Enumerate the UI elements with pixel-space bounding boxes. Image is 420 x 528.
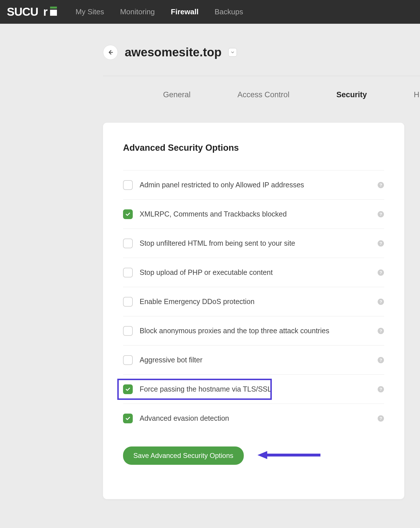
security-options-card: Advanced Security Options Admin panel re…: [103, 123, 404, 499]
svg-text:SUCU: SUCU: [7, 5, 38, 18]
top-nav: SUCU r My Sites Monitoring Firewall Back…: [0, 0, 420, 24]
page-header: awesomesite.top: [103, 45, 420, 60]
nav-item-monitoring[interactable]: Monitoring: [120, 7, 155, 16]
option-row: Advanced evasion detection ?: [123, 404, 384, 433]
option-label: XMLRPC, Comments and Trackbacks blocked: [140, 210, 377, 218]
option-row: Stop unfiltered HTML from being sent to …: [123, 229, 384, 258]
help-icon[interactable]: ?: [377, 240, 384, 247]
help-icon[interactable]: ?: [377, 327, 384, 334]
option-label: Admin panel restricted to only Allowed I…: [140, 181, 377, 189]
option-checkbox[interactable]: [123, 297, 133, 307]
option-label: Stop upload of PHP or executable content: [140, 268, 377, 277]
chevron-down-icon: [231, 51, 234, 54]
svg-text:?: ?: [379, 358, 382, 362]
back-button[interactable]: [103, 45, 118, 60]
save-row: Save Advanced Security Options: [123, 446, 384, 465]
brand-logo: SUCU r: [7, 5, 61, 19]
option-row: Force passing the hostname via TLS/SSL ?: [123, 374, 384, 404]
option-row: Aggressive bot filter ?: [123, 345, 384, 374]
option-checkbox[interactable]: [123, 414, 133, 423]
header-divider: [103, 76, 420, 76]
check-icon: [125, 416, 131, 421]
option-label: Block anonymous proxies and the top thre…: [140, 327, 377, 335]
help-icon[interactable]: ?: [377, 386, 384, 393]
nav-item-firewall[interactable]: Firewall: [171, 7, 199, 16]
nav-item-backups[interactable]: Backups: [215, 7, 243, 16]
svg-text:?: ?: [379, 241, 382, 246]
help-icon[interactable]: ?: [377, 182, 384, 188]
check-icon: [125, 211, 131, 217]
option-checkbox[interactable]: [123, 384, 133, 394]
option-row: Block anonymous proxies and the top thre…: [123, 316, 384, 345]
option-label: Advanced evasion detection: [140, 414, 377, 422]
svg-text:?: ?: [379, 212, 382, 217]
option-checkbox[interactable]: [123, 326, 133, 336]
svg-text:r: r: [43, 5, 48, 18]
option-label: Force passing the hostname via TLS/SSL: [140, 385, 377, 393]
site-title: awesomesite.top: [125, 45, 221, 59]
help-icon[interactable]: ?: [377, 211, 384, 218]
card-title: Advanced Security Options: [123, 143, 384, 153]
subtabs: General Access Control Security H: [103, 90, 420, 99]
help-icon[interactable]: ?: [377, 269, 384, 276]
option-checkbox[interactable]: [123, 355, 133, 365]
svg-marker-24: [257, 451, 267, 459]
option-label: Aggressive bot filter: [140, 356, 377, 364]
help-icon[interactable]: ?: [377, 415, 384, 422]
tab-security[interactable]: Security: [336, 90, 367, 99]
sucuri-logo-icon: SUCU r: [7, 5, 61, 19]
arrow-left-icon: [107, 49, 114, 55]
option-row: Stop upload of PHP or executable content…: [123, 258, 384, 287]
svg-text:?: ?: [379, 270, 382, 275]
option-label: Enable Emergency DDoS protection: [140, 297, 377, 306]
svg-text:?: ?: [379, 328, 382, 333]
annotation-arrow-icon: [257, 449, 320, 462]
option-checkbox[interactable]: [123, 268, 133, 277]
tab-https-ssl[interactable]: H: [414, 90, 419, 99]
option-label: Stop unfiltered HTML from being sent to …: [140, 239, 377, 247]
option-row: XMLRPC, Comments and Trackbacks blocked …: [123, 199, 384, 229]
help-icon[interactable]: ?: [377, 357, 384, 364]
tab-access-control[interactable]: Access Control: [237, 90, 290, 99]
option-checkbox[interactable]: [123, 239, 133, 248]
svg-text:?: ?: [379, 299, 382, 304]
nav-item-my-sites[interactable]: My Sites: [76, 7, 104, 16]
check-icon: [125, 386, 131, 392]
svg-text:?: ?: [379, 387, 382, 392]
option-checkbox[interactable]: [123, 209, 133, 219]
svg-rect-2: [50, 7, 57, 9]
option-checkbox[interactable]: [123, 180, 133, 190]
save-button[interactable]: Save Advanced Security Options: [123, 446, 244, 465]
help-icon[interactable]: ?: [377, 298, 384, 305]
svg-text:?: ?: [379, 416, 382, 421]
site-dropdown[interactable]: [228, 48, 237, 57]
svg-text:?: ?: [379, 182, 382, 187]
option-row: Admin panel restricted to only Allowed I…: [123, 170, 384, 199]
tab-general[interactable]: General: [163, 90, 191, 99]
nav-items: My Sites Monitoring Firewall Backups: [76, 7, 243, 16]
option-row: Enable Emergency DDoS protection ?: [123, 287, 384, 316]
svg-rect-3: [50, 10, 57, 16]
